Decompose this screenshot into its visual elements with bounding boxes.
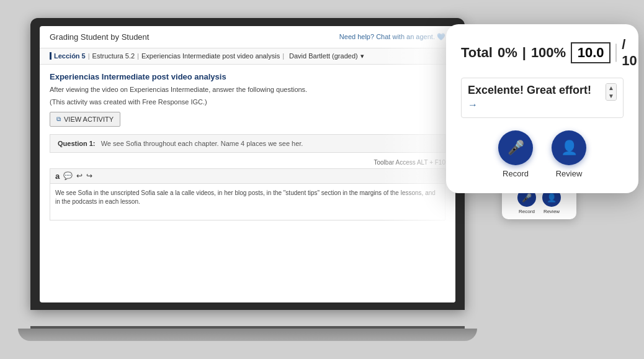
feedback-box: Excelente! Great effort! → ▲ ▼ bbox=[461, 78, 624, 118]
breadcrumb-activity: Experiencias Intermediate post video ana… bbox=[141, 52, 280, 60]
total-percent: 0% bbox=[498, 45, 517, 61]
breadcrumb-sep2: | bbox=[137, 52, 139, 60]
toolbar-access-bar: Toolbar Access ALT + F10 bbox=[50, 159, 445, 166]
student-select[interactable]: David Bartlett (graded) ▾ bbox=[289, 52, 364, 60]
spinner-up[interactable]: ▲ bbox=[616, 44, 617, 53]
editor-body[interactable]: We see Sofia in the unscripted Sofia sal… bbox=[50, 183, 445, 220]
score-row: Total 0% | 100% ▲ ▼ / 10 bbox=[461, 37, 624, 69]
total-label: Total bbox=[461, 45, 493, 61]
right-percent: 100% bbox=[531, 45, 566, 61]
activity-description: After viewing the video on Experiencias … bbox=[50, 85, 445, 94]
editor-toolbar: a 💬 ↩ ↪ bbox=[50, 168, 445, 183]
feedback-arrow: → bbox=[468, 99, 478, 110]
dropdown-icon: ▾ bbox=[360, 52, 364, 60]
editor-content: We see Sofia in the unscripted Sofia sal… bbox=[55, 189, 436, 205]
comment-button[interactable]: 💬 bbox=[63, 171, 73, 180]
feedback-text: Excelente! Great effort! → bbox=[468, 83, 602, 112]
grading-popup: Total 0% | 100% ▲ ▼ / 10 Excelente! Grea… bbox=[446, 24, 638, 193]
scene: Grading Student by Student Need help? Ch… bbox=[12, 6, 632, 353]
question-bar: Question 1: We see Sofia throughout each… bbox=[50, 134, 445, 153]
page-title: Grading Student by Student bbox=[50, 32, 149, 42]
student-name: David Bartlett (graded) bbox=[289, 52, 358, 60]
score-input[interactable] bbox=[571, 42, 610, 63]
record-label: Record bbox=[503, 169, 529, 178]
view-activity-button[interactable]: ⧉ VIEW ACTIVITY bbox=[50, 112, 120, 127]
laptop-screen-border: Grading Student by Student Need help? Ch… bbox=[30, 18, 465, 310]
review-label: Review bbox=[556, 169, 583, 178]
mini-record-label: Record bbox=[519, 209, 535, 214]
activity-title: Experiencias Intermediate post video ana… bbox=[50, 72, 445, 81]
bold-button[interactable]: a bbox=[55, 171, 60, 181]
feedback-spinner-down[interactable]: ▼ bbox=[606, 92, 616, 100]
score-spinner[interactable]: ▲ ▼ bbox=[615, 43, 617, 62]
laptop-screen: Grading Student by Student Need help? Ch… bbox=[40, 26, 455, 302]
breadcrumb-sep3: | bbox=[282, 52, 284, 60]
score-sep: | bbox=[522, 45, 526, 61]
review-button[interactable]: 👤 Review bbox=[552, 130, 586, 178]
view-activity-label: VIEW ACTIVITY bbox=[64, 116, 114, 123]
record-button[interactable]: 🎤 Record bbox=[498, 130, 533, 178]
screen-header: Grading Student by Student Need help? Ch… bbox=[40, 26, 455, 48]
help-link[interactable]: Need help? Chat with an agent. 💙 bbox=[339, 33, 445, 41]
undo-button[interactable]: ↩ bbox=[76, 171, 83, 180]
content-area: Experiencias Intermediate post video ana… bbox=[40, 65, 455, 228]
breadcrumb-estructura: Estructura 5.2 bbox=[92, 52, 135, 60]
score-slash: / 10 bbox=[622, 37, 637, 69]
feedback-spinner[interactable]: ▲ ▼ bbox=[606, 83, 617, 101]
popup-buttons: 🎤 Record 👤 Review bbox=[461, 130, 624, 178]
spinner-down[interactable]: ▼ bbox=[616, 53, 617, 61]
redo-button[interactable]: ↪ bbox=[86, 171, 92, 180]
review-icon: 👤 bbox=[561, 140, 578, 156]
breadcrumb-sep1: | bbox=[88, 52, 90, 60]
review-icon-circle: 👤 bbox=[552, 130, 586, 165]
activity-note: (This activity was created with Free Res… bbox=[50, 98, 445, 106]
laptop: Grading Student by Student Need help? Ch… bbox=[30, 18, 465, 341]
breadcrumb: Lección 5 | Estructura 5.2 | Experiencia… bbox=[40, 48, 455, 65]
laptop-base bbox=[18, 329, 477, 341]
breadcrumb-leccion: Lección 5 bbox=[50, 52, 86, 60]
question-text: We see Sofia throughout each chapter. Na… bbox=[101, 140, 303, 147]
mini-review-label: Review bbox=[543, 209, 560, 214]
record-icon: 🎤 bbox=[508, 140, 524, 156]
question-label: Question 1: bbox=[58, 140, 96, 147]
record-icon-circle: 🎤 bbox=[498, 130, 533, 165]
feedback-spinner-up[interactable]: ▲ bbox=[606, 84, 616, 92]
toolbar-access-text: Toolbar Access ALT + F10 bbox=[373, 159, 445, 166]
external-link-icon: ⧉ bbox=[56, 116, 61, 123]
